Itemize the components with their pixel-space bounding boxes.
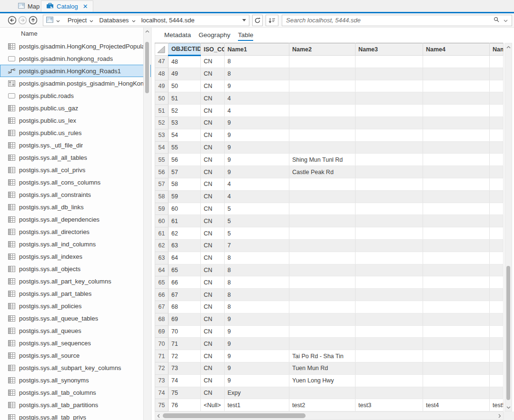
list-item[interactable]: postgis.public.roads (0, 89, 151, 102)
table-cell[interactable]: Expy (225, 387, 289, 399)
row-number-cell[interactable]: 49 (155, 80, 168, 92)
table-cell[interactable]: CN (201, 203, 225, 215)
list-item[interactable]: postgis.sys.all_policies (0, 300, 151, 312)
table-cell[interactable] (289, 387, 356, 399)
table-cell[interactable]: CN (201, 362, 225, 374)
table-cell[interactable]: 9 (225, 338, 289, 350)
table-cell[interactable]: 51 (168, 92, 201, 105)
table-cell[interactable] (289, 56, 356, 68)
table-cell[interactable] (423, 227, 490, 240)
name-column-header[interactable]: Name (0, 28, 151, 40)
table-cell[interactable]: CN (201, 350, 225, 362)
table-cell[interactable]: 9 (225, 117, 289, 129)
list-item[interactable]: postgis.public.us_rules (0, 127, 151, 139)
table-cell[interactable]: 55 (168, 141, 201, 154)
row-number-cell[interactable]: 59 (155, 203, 168, 215)
table-cell[interactable]: CN (201, 178, 225, 190)
table-cell[interactable]: CN (201, 105, 225, 117)
table-cell[interactable] (423, 56, 490, 68)
table-cell[interactable]: 8 (225, 252, 289, 264)
row-number-cell[interactable]: 52 (155, 117, 168, 129)
table-cell[interactable] (289, 301, 356, 313)
table-cell[interactable] (423, 92, 490, 105)
table-cell[interactable] (490, 68, 504, 80)
table-cell[interactable] (490, 141, 504, 154)
table-cell[interactable] (423, 362, 490, 374)
table-cell[interactable] (356, 252, 423, 264)
table-cell[interactable]: CN (201, 301, 225, 313)
list-item[interactable]: postgis.sys.all_part_tables (0, 287, 151, 300)
tab-metadata[interactable]: Metadata (164, 31, 191, 41)
table-cell[interactable]: 49 (168, 68, 201, 80)
chevron-down-icon[interactable] (56, 17, 60, 24)
sidebar-scrollbar[interactable] (143, 28, 150, 420)
table-cell[interactable]: 9 (225, 129, 289, 141)
table-cell[interactable]: 66 (168, 276, 201, 289)
table-cell[interactable]: 8 (225, 56, 289, 68)
row-number-cell[interactable]: 72 (155, 362, 168, 374)
table-cell[interactable] (289, 252, 356, 264)
table-cell[interactable]: test3 (356, 399, 423, 411)
breadcrumb-databases[interactable]: Databases (99, 17, 128, 24)
table-horizontal-scrollbar[interactable] (155, 411, 504, 420)
table-cell[interactable]: 9 (225, 141, 289, 154)
table-cell[interactable] (356, 362, 423, 374)
table-cell[interactable] (423, 203, 490, 215)
table-cell[interactable]: 5 (225, 215, 289, 227)
table-cell[interactable]: CN (201, 374, 225, 387)
table-cell[interactable] (490, 252, 504, 264)
table-cell[interactable]: CN (201, 325, 225, 338)
row-number-cell[interactable]: 67 (155, 301, 168, 313)
search-options-chevron-icon[interactable] (504, 17, 508, 24)
table-cell[interactable]: 48 (168, 56, 201, 68)
column-header[interactable]: OBJECTID * (168, 43, 201, 56)
table-cell[interactable] (356, 350, 423, 362)
table-cell[interactable] (490, 264, 504, 276)
table-cell[interactable] (289, 227, 356, 240)
table-cell[interactable] (289, 313, 356, 325)
table-cell[interactable]: 9 (225, 80, 289, 92)
table-cell[interactable] (423, 252, 490, 264)
table-cell[interactable]: 72 (168, 350, 201, 362)
table-cell[interactable]: 59 (168, 190, 201, 203)
table-cell[interactable] (289, 190, 356, 203)
row-number-cell[interactable]: 51 (155, 105, 168, 117)
list-item[interactable]: postgis.sys.all_dependencies (0, 213, 151, 225)
chevron-down-icon[interactable] (132, 17, 136, 24)
table-cell[interactable]: 70 (168, 325, 201, 338)
table-cell[interactable]: 61 (168, 215, 201, 227)
table-cell[interactable]: CN (201, 227, 225, 240)
list-item[interactable]: postgis.sys.all_sequences (0, 337, 151, 349)
table-cell[interactable]: CN (201, 387, 225, 399)
column-header[interactable]: Name3 (356, 43, 423, 56)
list-item[interactable]: postgis.public.us_gaz (0, 102, 151, 114)
table-cell[interactable] (423, 289, 490, 301)
table-cell[interactable] (289, 129, 356, 141)
tab-table[interactable]: Table (238, 31, 253, 41)
row-number-cell[interactable]: 60 (155, 215, 168, 227)
table-vscroll-thumb[interactable] (506, 266, 510, 400)
list-item[interactable]: postgis.public.us_lex (0, 114, 151, 127)
table-cell[interactable]: 56 (168, 154, 201, 166)
table-cell[interactable]: CN (201, 190, 225, 203)
table-cell[interactable] (289, 203, 356, 215)
list-item[interactable]: postgis.sys.all_directories (0, 225, 151, 238)
table-cell[interactable] (490, 129, 504, 141)
table-cell[interactable]: CN (201, 166, 225, 178)
table-cell[interactable] (490, 301, 504, 313)
table-cell[interactable]: Tai Po Rd - Sha Tin (289, 350, 356, 362)
row-number-cell[interactable]: 47 (155, 56, 168, 68)
row-number-cell[interactable]: 62 (155, 239, 168, 252)
table-cell[interactable] (289, 276, 356, 289)
table-cell[interactable]: 5 (225, 203, 289, 215)
table-cell[interactable] (490, 289, 504, 301)
table-cell[interactable]: test5 (490, 399, 504, 411)
table-cell[interactable]: test2 (289, 399, 356, 411)
table-cell[interactable]: 4 (225, 105, 289, 117)
table-cell[interactable]: 9 (225, 154, 289, 166)
table-cell[interactable]: 7 (225, 239, 289, 252)
table-cell[interactable]: 5 (225, 227, 289, 240)
column-header[interactable]: Nam (490, 43, 504, 56)
table-cell[interactable] (289, 178, 356, 190)
row-number-cell[interactable]: 64 (155, 264, 168, 276)
